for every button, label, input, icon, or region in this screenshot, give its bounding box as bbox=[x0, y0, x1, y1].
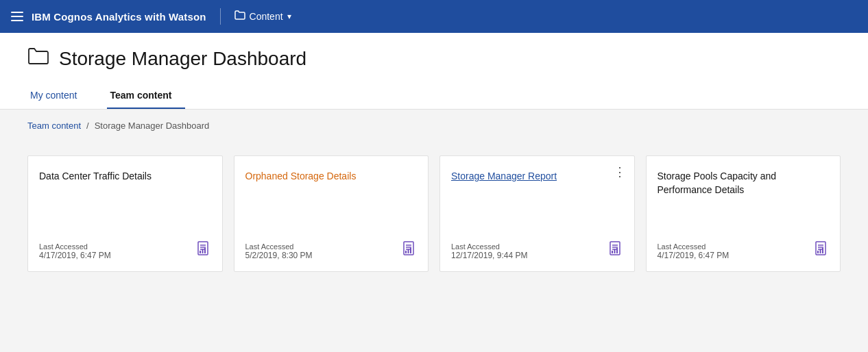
card-title-link-3[interactable]: Storage Manager Report bbox=[451, 170, 623, 233]
chevron-down-icon: ▾ bbox=[287, 12, 291, 21]
card-footer-1: Last Accessed 4/17/2019, 6:47 PM bbox=[39, 241, 211, 260]
breadcrumb-separator: / bbox=[86, 121, 89, 131]
svg-rect-1 bbox=[11, 16, 23, 17]
breadcrumb-area: Team content / Storage Manager Dashboard bbox=[0, 110, 868, 142]
top-nav: IBM Cognos Analytics with Watson Content… bbox=[0, 0, 868, 33]
card-title-orange-2[interactable]: Orphaned Storage Details bbox=[245, 170, 418, 233]
breadcrumb-current: Storage Manager Dashboard bbox=[95, 121, 210, 131]
svg-rect-15 bbox=[408, 249, 409, 253]
card-4[interactable]: Storage Pools Capacity and Performance D… bbox=[646, 155, 841, 272]
card-last-accessed-date-1: 4/17/2019, 6:47 PM bbox=[39, 251, 111, 260]
content-label: Content bbox=[250, 11, 283, 22]
cards-grid: Data Center Traffic Details Last Accesse… bbox=[27, 155, 841, 272]
card-footer-3: Last Accessed 12/17/2019, 9:44 PM bbox=[451, 241, 623, 260]
tab-my-content[interactable]: My content bbox=[27, 83, 91, 109]
nav-divider bbox=[220, 8, 221, 25]
card-title-1: Data Center Traffic Details bbox=[39, 170, 211, 233]
svg-rect-22 bbox=[614, 249, 615, 253]
card-menu-button-3[interactable]: ⋮ bbox=[614, 166, 626, 178]
content-button[interactable]: Content ▾ bbox=[234, 10, 291, 23]
content-folder-icon bbox=[234, 10, 245, 23]
card-footer-4: Last Accessed 4/17/2019, 6:47 PM bbox=[658, 241, 830, 260]
page-header: Storage Manager Dashboard My content Tea… bbox=[0, 33, 868, 110]
svg-rect-23 bbox=[616, 248, 618, 253]
breadcrumb-team-content-link[interactable]: Team content bbox=[27, 121, 81, 131]
hamburger-menu[interactable] bbox=[11, 12, 23, 21]
tab-team-content[interactable]: Team content bbox=[107, 83, 185, 109]
svg-rect-0 bbox=[11, 12, 23, 13]
app-name: IBM Cognos Analytics with Watson bbox=[32, 11, 206, 23]
card-report-icon-1 bbox=[196, 241, 211, 260]
svg-rect-16 bbox=[410, 248, 411, 253]
page-title-row: Storage Manager Dashboard bbox=[27, 47, 841, 71]
card-last-accessed-label-4: Last Accessed bbox=[658, 242, 730, 251]
card-last-accessed-label-1: Last Accessed bbox=[39, 242, 111, 251]
card-2[interactable]: Orphaned Storage Details Last Accessed 5… bbox=[234, 155, 429, 272]
svg-rect-7 bbox=[200, 251, 201, 253]
svg-rect-8 bbox=[202, 249, 203, 253]
breadcrumb: Team content / Storage Manager Dashboard bbox=[27, 121, 841, 131]
svg-rect-9 bbox=[204, 248, 206, 253]
svg-rect-30 bbox=[822, 248, 823, 253]
svg-rect-14 bbox=[405, 251, 407, 253]
cards-area: Data Center Traffic Details Last Accesse… bbox=[0, 142, 868, 299]
card-last-accessed-date-4: 4/17/2019, 6:47 PM bbox=[658, 251, 730, 260]
card-report-icon-2 bbox=[402, 241, 417, 260]
card-3[interactable]: ⋮ Storage Manager Report Last Accessed 1… bbox=[439, 155, 635, 272]
card-last-accessed-label-3: Last Accessed bbox=[451, 242, 527, 251]
svg-rect-28 bbox=[817, 251, 819, 253]
card-last-accessed-date-2: 5/2/2019, 8:30 PM bbox=[245, 251, 313, 260]
card-last-accessed-date-3: 12/17/2019, 9:44 PM bbox=[451, 251, 527, 260]
page-title: Storage Manager Dashboard bbox=[59, 48, 306, 70]
card-footer-2: Last Accessed 5/2/2019, 8:30 PM bbox=[245, 241, 418, 260]
tabs: My content Team content bbox=[27, 83, 841, 109]
page-folder-icon bbox=[27, 47, 49, 71]
card-report-icon-4 bbox=[814, 241, 829, 260]
svg-rect-2 bbox=[11, 20, 23, 21]
card-title-4: Storage Pools Capacity and Performance D… bbox=[658, 170, 830, 233]
svg-rect-29 bbox=[820, 249, 821, 253]
card-last-accessed-label-2: Last Accessed bbox=[245, 242, 313, 251]
svg-rect-21 bbox=[612, 251, 613, 253]
card-1[interactable]: Data Center Traffic Details Last Accesse… bbox=[27, 155, 223, 272]
card-report-icon-3 bbox=[608, 241, 623, 260]
